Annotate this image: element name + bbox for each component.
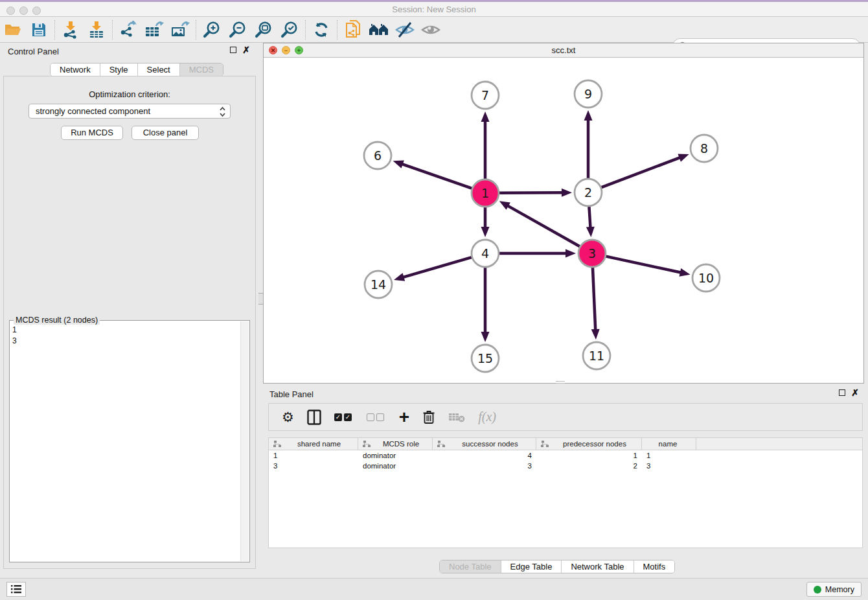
column-sort-icon[interactable] [541, 440, 549, 448]
tab-edge-table[interactable]: Edge Table [501, 560, 562, 573]
graph-node-label: 11 [589, 349, 604, 363]
zoom-in-icon[interactable] [199, 18, 225, 41]
add-column-icon[interactable]: + [399, 411, 409, 424]
mcds-result-box: MCDS result (2 nodes) 13 [9, 320, 250, 562]
graph-edge[interactable] [602, 157, 681, 187]
window-controls[interactable] [6, 6, 41, 15]
table-row[interactable]: 3dominator323 [269, 461, 862, 471]
control-panel-header: Control Panel ✗ [0, 43, 259, 60]
minimize-window-icon[interactable] [19, 6, 28, 15]
graph-edge[interactable] [402, 164, 472, 189]
export-image-icon[interactable] [167, 18, 193, 41]
table-header-row: shared nameMCDS rolesuccessor nodesprede… [269, 438, 862, 450]
column-layout-icon[interactable] [307, 410, 321, 425]
gear-icon[interactable]: ⚙ [282, 410, 294, 425]
delete-column-icon[interactable] [422, 410, 435, 424]
zoom-out-icon[interactable] [225, 18, 251, 41]
tab-network[interactable]: Network [51, 63, 100, 76]
show-all-networks-icon[interactable] [366, 18, 392, 41]
dropdown-stepper-icon [219, 106, 226, 120]
float-panel-icon[interactable] [230, 47, 236, 53]
maximize-network-icon[interactable]: + [295, 46, 303, 54]
tab-select[interactable]: Select [138, 63, 180, 76]
graph-node-label: 6 [374, 148, 382, 163]
graph-edge[interactable] [593, 268, 595, 330]
zoom-selected-icon[interactable] [277, 18, 303, 41]
zoom-window-icon[interactable] [32, 6, 41, 15]
close-panel-icon[interactable]: ✗ [242, 46, 250, 54]
toolbar-separator [112, 20, 113, 40]
close-table-panel-icon[interactable]: ✗ [851, 389, 859, 397]
column-header[interactable]: MCDS role [358, 438, 433, 450]
edge-arrowhead-icon [565, 249, 576, 258]
zoom-fit-icon[interactable] [251, 18, 277, 41]
save-session-icon[interactable] [26, 18, 52, 41]
graph-node-label: 4 [481, 246, 489, 260]
graph-edge[interactable] [606, 257, 681, 273]
edge-arrowhead-icon [586, 227, 595, 237]
graph-node-label: 1 [481, 186, 489, 200]
export-network-icon[interactable] [115, 18, 141, 41]
run-mcds-button[interactable]: Run MCDS [61, 126, 123, 140]
minimize-network-icon[interactable]: − [282, 46, 290, 54]
edge-arrowhead-icon [678, 154, 689, 161]
edge-arrowhead-icon [680, 268, 691, 277]
table-toolbar: ⚙ ✓✓ + f(x) [268, 403, 863, 431]
import-table-icon[interactable] [84, 18, 109, 41]
column-header[interactable]: predecessor nodes [536, 438, 642, 450]
optimization-criterion-label: Optimization criterion: [4, 89, 255, 99]
export-table-icon[interactable] [141, 18, 167, 41]
graph-node-label: 7 [481, 88, 489, 102]
close-window-icon[interactable] [6, 6, 15, 15]
tab-network-table[interactable]: Network Table [562, 560, 634, 573]
column-sort-icon[interactable] [437, 440, 446, 448]
close-panel-button[interactable]: Close panel [131, 126, 199, 140]
refresh-icon[interactable] [308, 18, 334, 41]
network-canvas[interactable]: 7968124314101511 [264, 58, 863, 383]
column-sort-icon[interactable] [273, 440, 282, 448]
float-table-panel-icon[interactable] [839, 389, 845, 396]
edge-arrowhead-icon [481, 227, 490, 237]
table-cell: 3 [433, 461, 536, 471]
criterion-value: strongly connected component [36, 106, 150, 116]
control-panel-title: Control Panel [8, 47, 59, 56]
column-sort-icon[interactable] [363, 440, 371, 448]
select-all-checkboxes-icon[interactable]: ✓✓ [334, 413, 354, 421]
table-row[interactable]: 1dominator411 [269, 450, 862, 461]
network-window-titlebar[interactable]: ✕ − + scc.txt [264, 43, 863, 58]
hide-selected-icon[interactable] [392, 18, 418, 41]
window-title: Session: New Session [0, 2, 868, 17]
result-scrollbar[interactable] [240, 321, 249, 561]
graph-edge[interactable] [499, 192, 563, 193]
task-history-icon [11, 585, 21, 594]
edge-arrowhead-icon [584, 110, 593, 121]
deselect-checkboxes-icon[interactable] [367, 413, 386, 421]
open-session-icon[interactable] [0, 18, 26, 41]
column-header[interactable]: shared name [269, 438, 358, 450]
close-network-icon[interactable]: ✕ [269, 46, 277, 54]
table-panel: Table Panel ✗ ⚙ ✓✓ + f(x) shared nameMCD… [263, 384, 868, 578]
memory-button[interactable]: Memory [806, 582, 862, 597]
graph-edge[interactable] [507, 205, 580, 246]
graph-edge[interactable] [589, 207, 590, 228]
tab-mcds[interactable]: MCDS [180, 63, 223, 76]
panel-splitter-handle[interactable] [258, 293, 263, 305]
column-header[interactable]: successor nodes [433, 438, 536, 450]
graph-edge[interactable] [402, 257, 471, 277]
tab-motifs[interactable]: Motifs [634, 560, 675, 573]
import-network-icon[interactable] [58, 18, 84, 41]
column-header[interactable]: name [642, 438, 696, 450]
criterion-dropdown[interactable]: strongly connected component [29, 104, 231, 119]
table-panel-tabs: Node Table Edge Table Network Table Moti… [439, 560, 675, 573]
tab-node-table[interactable]: Node Table [440, 560, 501, 573]
tab-style[interactable]: Style [100, 63, 138, 76]
task-history-button[interactable] [6, 582, 26, 597]
table-cell: 1 [642, 450, 696, 461]
window-titlebar: Session: New Session [0, 0, 868, 17]
graph-node-label: 2 [584, 185, 592, 200]
edge-arrowhead-icon [394, 273, 405, 281]
table-panel-title: Table Panel [269, 389, 314, 399]
new-network-icon[interactable] [340, 18, 366, 41]
show-eye-icon[interactable] [418, 18, 444, 41]
table-cell: 1 [269, 450, 358, 461]
